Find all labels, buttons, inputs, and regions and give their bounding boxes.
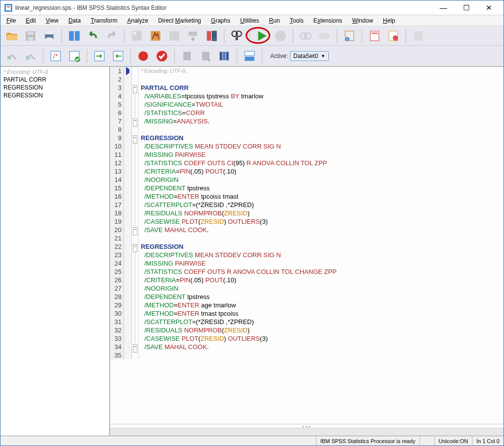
code-line[interactable]: /SCATTERPLOT=(*ZRESID ,*ZPRED) [141,318,504,326]
goto-case-button[interactable] [128,28,145,44]
code-line[interactable]: /METHOD=ENTER age tmarlow [141,301,504,309]
code-line[interactable]: /STATISTICS COEFF OUTS CI(95) R ANOVA CO… [141,159,504,167]
continue-button[interactable] [197,48,214,64]
code-line[interactable]: /DESCRIPTIVES MEAN STDDEV CORR SIG N [141,142,504,150]
code-line[interactable] [141,75,504,84]
code-line[interactable]: /VARIABLES=tpcoiss tpstress BY tmarlow [141,92,504,100]
help-topics-button[interactable]: ? [341,28,358,44]
code-line[interactable]: PARTIAL CORR [141,84,504,92]
code-line[interactable]: /CASEWISE PLOT(ZRESID) OUTLIERS(3) [141,217,504,226]
code-line[interactable]: /STATISTICS=CORR [141,109,504,117]
stop-button[interactable] [272,28,289,44]
code-line[interactable]: /DESCRIPTIVES MEAN STDDEV CORR SIG N [141,251,504,259]
designate-button[interactable] [366,28,383,44]
menu-transform[interactable]: Transform [87,16,121,25]
open-button[interactable] [3,28,20,44]
code-line[interactable]: /MISSING PAIRWISE [141,150,504,159]
run-selection-button[interactable] [253,28,270,44]
outdent-button[interactable] [110,48,126,64]
code-line[interactable]: /CRITERIA=PIN(.05) POUT(.10) [141,276,504,284]
nav-item[interactable]: REGRESSION [3,91,106,99]
script-button[interactable] [385,28,402,44]
code-line[interactable]: /NOORIGIN [141,176,504,184]
code-line[interactable]: /SAVE MAHAL COOK. [141,226,504,234]
active-dataset-dropdown[interactable]: DataSet0 ▼ [290,51,329,61]
select-button[interactable] [316,28,333,44]
code-line[interactable] [141,125,504,134]
weight-button[interactable] [297,28,314,44]
menu-window[interactable]: Window [348,16,377,25]
code-line[interactable]: /NOORIGIN [141,284,504,293]
comment-toggle-button[interactable]: /* [47,48,64,64]
code-line[interactable]: * Encoding: UTF-8. [141,67,504,75]
line-number-gutter[interactable]: 1234567891011121314151617181920212223242… [110,67,124,359]
menu-file[interactable]: File [2,16,20,25]
menu-graphs[interactable]: Graphs [207,16,234,25]
next-bookmark-button[interactable] [22,48,39,64]
code-line[interactable]: /DEPENDENT tpstress [141,184,504,192]
code-line[interactable] [141,234,504,242]
close-button[interactable]: ✕ [478,1,500,15]
menu-tools[interactable]: Tools [286,16,308,25]
code-line[interactable]: REGRESSION [141,134,504,142]
toggle-bookmark-button[interactable] [3,48,20,64]
undo-button[interactable] [85,28,101,44]
split-editor-button[interactable] [241,48,258,64]
svg-rect-35 [414,31,422,41]
menu-analyze[interactable]: Analyze [123,16,152,25]
step-button[interactable] [179,48,195,64]
syntax-check-button[interactable] [66,48,83,64]
code-line[interactable]: /SCATTERPLOT=(*ZRESID ,*ZPRED) [141,201,504,209]
menu-data[interactable]: Data [64,16,85,25]
editor-scroll[interactable]: 1234567891011121314151617181920212223242… [110,67,504,424]
svg-rect-7 [47,31,52,34]
code-line[interactable]: REGRESSION [141,242,504,251]
nav-item[interactable]: PARTIAL CORR [3,76,106,84]
code-line[interactable]: /CASEWISE PLOT(ZRESID) OUTLIERS(3) [141,334,504,343]
code-area[interactable]: * Encoding: UTF-8.PARTIAL CORR /VARIABLE… [139,67,504,359]
navigation-panel[interactable]: * Encoding: UTF-8. PARTIAL CORRREGRESSIO… [0,67,110,436]
split-above-button[interactable] [185,28,201,44]
code-line[interactable]: /MISSING PAIRWISE [141,259,504,268]
code-line[interactable]: /METHOD=ENTER tmast tpcoiss [141,309,504,318]
code-line[interactable]: /RESIDUALS NORMPROB(ZRESID) [141,209,504,217]
variables-button[interactable] [147,28,164,44]
status-position: In 1 Col 0 [472,436,504,446]
insert-case-button[interactable] [166,28,183,44]
code-line[interactable]: /RESIDUALS NORMPROB(ZRESID) [141,326,504,334]
menu-utilities[interactable]: Utilities [236,16,263,25]
fold-gutter[interactable] [132,67,139,359]
menu-run[interactable]: Run [265,16,284,25]
horizontal-scrollbar[interactable] [110,428,504,436]
marker-gutter[interactable] [124,67,132,359]
find-button[interactable] [228,28,245,44]
validate-button[interactable] [154,48,170,64]
menu-edit[interactable]: Edit [22,16,40,25]
code-line[interactable]: /DEPENDENT tpstress [141,293,504,301]
menu-direct-marketing[interactable]: Direct Marketing [154,16,205,25]
editor-splitter[interactable]: ••• [110,424,504,428]
code-line[interactable]: /METHOD=ENTER tpcoiss tmast [141,192,504,201]
recall-dialog-button[interactable] [66,28,83,44]
code-line[interactable]: /MISSING=ANALYSIS. [141,117,504,125]
dataset-button[interactable] [203,28,220,44]
code-line[interactable]: /SIGNIFICANCE=TWOTAIL [141,100,504,109]
redo-button[interactable] [103,28,120,44]
library-button[interactable] [216,48,233,64]
code-line[interactable] [141,351,504,359]
minimize-button[interactable]: — [433,1,454,15]
menu-help[interactable]: Help [379,16,399,25]
code-line[interactable]: /STATISTICS COEFF OUTS R ANOVA COLLIN TO… [141,268,504,276]
menu-view[interactable]: View [42,16,63,25]
nav-item[interactable]: REGRESSION [3,84,106,91]
code-line[interactable]: /SAVE MAHAL COOK. [141,343,504,351]
breakpoint-button[interactable] [135,48,152,64]
indent-button[interactable] [91,48,108,64]
code-line[interactable]: /CRITERIA=PIN(.05) POUT(.10) [141,167,504,176]
save-button[interactable] [22,28,39,44]
new-doc-button[interactable] [410,28,427,44]
main-area: * Encoding: UTF-8. PARTIAL CORRREGRESSIO… [0,66,504,436]
menu-extensions[interactable]: Extensions [310,16,346,25]
print-button[interactable] [41,28,58,44]
maximize-button[interactable]: ☐ [455,1,477,15]
